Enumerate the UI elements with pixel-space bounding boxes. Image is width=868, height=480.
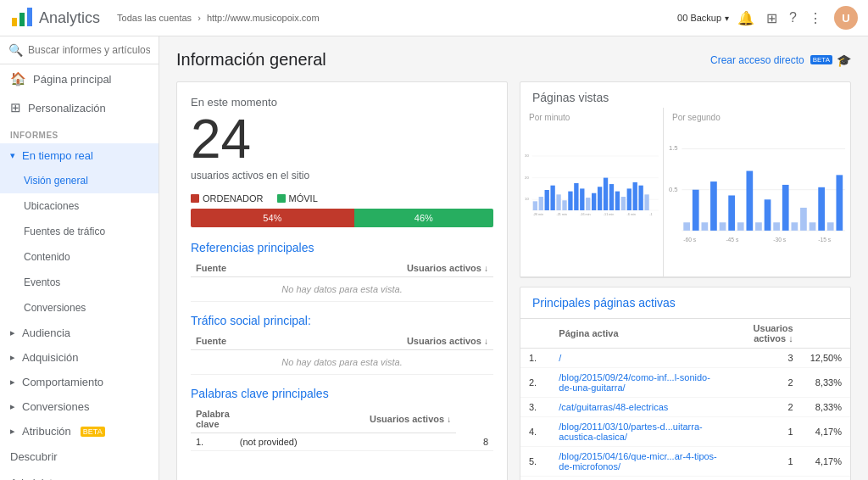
col-page: Página activa [550,319,732,349]
table-row: No hay datos para esta vista. [191,350,493,375]
sidebar-item-vision-general[interactable]: Visión general [0,168,159,193]
topbar: Analytics Todas las cuentas › http://www… [0,0,868,36]
sidebar-subitem-label: Ubicaciones [24,200,79,212]
sidebar-group-atribucion[interactable]: ▸ Atribución BETA [0,419,159,444]
sidebar-group-label: Atribución [22,425,71,438]
svg-rect-0 [12,18,17,26]
sort-icon: ↓ [447,415,451,424]
bell-icon[interactable]: 🔔 [737,10,754,26]
svg-rect-20 [592,193,596,210]
sidebar-group-header-realtime[interactable]: ▾ En tiempo real [0,143,159,168]
col-users: Usuarios activos ↓ [732,319,802,349]
chart-svg-left: 30 20 10 [524,124,659,243]
row-num: 1. [520,349,550,368]
referencias-title[interactable]: Referencias principales [191,241,493,254]
svg-rect-18 [580,188,584,210]
chevron-right-icon: ▸ [10,426,15,437]
palabras-section: Palabras clave principales Palabra clave… [191,387,493,451]
svg-text:30: 30 [525,153,529,158]
page-cell: /blog/2015/04/16/que-micr...ar-4-tipos-d… [550,447,732,477]
svg-text:-45 s: -45 s [726,237,739,243]
sidebar-item-personalization[interactable]: ⊞ Personalización [0,93,159,122]
sidebar-group-conversiones[interactable]: ▸ Conversiones [0,394,159,419]
page-cell: /blog/2015/09/24/como-inf...l-sonido-de-… [550,368,732,398]
search-input[interactable] [28,44,150,56]
col-fuente: Fuente [191,332,284,350]
sidebar-group-adquisicion[interactable]: ▸ Adquisición [0,345,159,370]
referencias-section: Referencias principales Fuente Usuarios … [191,241,493,302]
beta-badge: BETA [81,427,105,437]
realtime-count: 24 [191,112,493,166]
svg-rect-1 [19,13,25,26]
users-cell: 1 [732,477,802,481]
sidebar-section-informes: INFORMES [0,122,159,143]
sidebar-item-home[interactable]: 🏠 Página principal [0,64,159,93]
svg-rect-55 [810,222,816,231]
svg-rect-13 [550,186,554,210]
sidebar-item-eventos[interactable]: Eventos [0,270,159,295]
right-panel: Páginas vistas Por minuto 30 20 [520,81,851,480]
analytics-logo-icon [10,6,34,30]
svg-rect-17 [574,183,578,210]
col-fuente: Fuente [191,260,284,277]
search-bar: 🔍 [0,36,159,64]
table-row: 2. /blog/2015/09/24/como-inf...l-sonido-… [520,368,850,398]
svg-rect-27 [633,182,637,210]
svg-rect-46 [728,195,735,230]
active-pages-title[interactable]: Principales páginas activas [532,296,676,310]
beta-label: BETA [810,55,832,64]
sidebar-item-conversiones[interactable]: Conversiones [0,295,159,321]
sidebar-item-contenido[interactable]: Contenido [0,244,159,270]
svg-rect-44 [710,181,717,231]
sidebar-item-administrar[interactable]: Administrar [0,470,159,480]
chevron-down-icon: ▾ [725,14,729,23]
row-num: 6. [520,477,550,481]
realtime-users-label: usuarios activos en el sitio [191,170,493,181]
sidebar-item-fuentes-trafico[interactable]: Fuentes de tráfico [0,219,159,244]
row-num: 5. [520,447,550,477]
sort-icon: ↓ [788,333,793,343]
pct-cell: 8,33% [802,368,850,398]
page-cell: /blog/2011/03/10/partes-d...uitarra-acus… [550,417,732,447]
svg-text:0.5: 0.5 [669,186,678,193]
avatar[interactable]: U [834,6,858,30]
sidebar-subitem-label: Conversiones [24,302,86,314]
chevron-down-icon: ▾ [10,150,15,161]
page-cell: / [550,349,732,368]
users-cell: 1 [732,447,802,477]
sidebar-group-realtime: ▾ En tiempo real Visión general Ubicacio… [0,143,159,321]
account-name: 00 Backup [677,13,721,23]
sidebar-item-descubrir[interactable]: Descubrir [0,444,159,470]
sidebar-group-label: Audiencia [22,327,70,339]
chart-container: Por minuto 30 20 10 [520,108,850,277]
sidebar-subitem-label: Fuentes de tráfico [24,226,105,237]
account-selector[interactable]: 00 Backup ▾ [677,13,729,23]
green-dot-icon [277,194,286,203]
no-data-label: No hay datos para esta vista. [191,277,493,302]
logo: Analytics [10,6,100,30]
keyword-cell: (not provided) [235,433,456,451]
main-grid: En este momento 24 usuarios activos en e… [176,81,851,480]
chart-panel: Páginas vistas Por minuto 30 20 [520,81,851,278]
chevron-right-icon: ▸ [10,377,15,388]
trafico-title[interactable]: Tráfico social principal: [191,314,493,327]
table-row: 6. /blog/2015/06/26/todo-lo-...afinar-tu… [520,477,850,481]
realtime-now-label: En este momento [191,96,493,109]
chart-subtitle-left: Por minuto [524,113,659,124]
svg-rect-47 [737,222,744,231]
svg-text:-21 min: -21 min [556,213,566,216]
apps-icon[interactable]: ⊞ [766,10,777,26]
col-pct [802,319,850,349]
search-icon: 🔍 [8,43,23,57]
create-access-btn[interactable]: Crear acceso directo BETA 🎓 [710,53,851,67]
more-icon[interactable]: ⋮ [809,10,822,26]
sidebar-group-comportamiento[interactable]: ▸ Comportamiento [0,370,159,394]
sidebar-item-ubicaciones[interactable]: Ubicaciones [0,193,159,219]
palabras-title[interactable]: Palabras clave principales [191,387,493,400]
sidebar-group-audiencia[interactable]: ▸ Audiencia [0,321,159,345]
sort-icon: ↓ [484,264,488,273]
table-row: 1. (not provided) 8 [191,433,493,451]
help-icon[interactable]: ? [789,10,797,25]
svg-rect-45 [720,222,726,231]
col-usuarios: Usuarios activos ↓ [284,332,493,350]
